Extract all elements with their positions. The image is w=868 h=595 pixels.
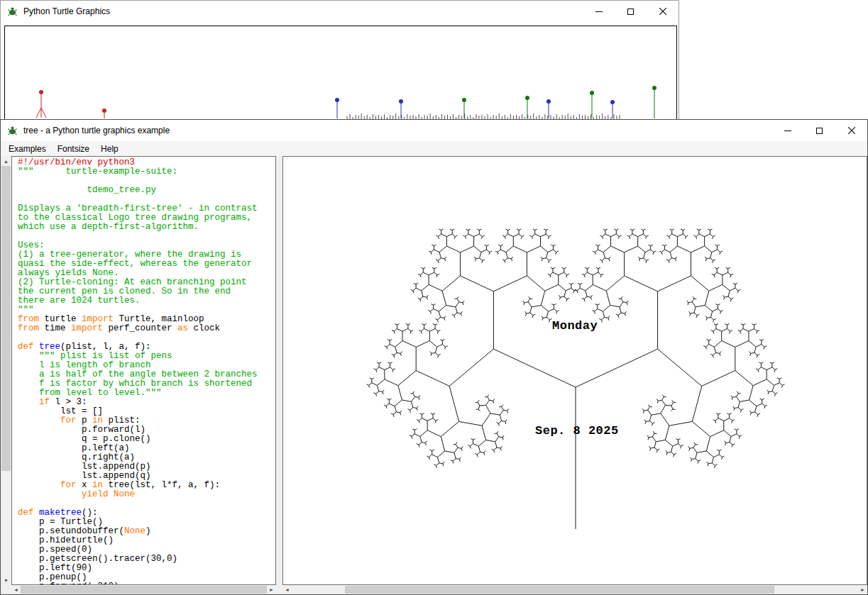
canvas-label: Monday xyxy=(552,319,598,333)
vertical-scrollbar-thumb[interactable] xyxy=(1,166,11,471)
scroll-up-arrow[interactable]: ▲ xyxy=(1,156,11,166)
scroll-right-arrow[interactable]: ► xyxy=(267,585,276,594)
tree-maximize-button[interactable] xyxy=(803,120,835,141)
code-horizontal-scrollbar[interactable]: ◄ ► xyxy=(11,585,276,594)
code-line: which use a depth-first-algorithm. xyxy=(18,223,275,232)
back-close-button[interactable] xyxy=(647,1,679,22)
tree-minimize-button[interactable] xyxy=(771,120,803,141)
arrow-up-icon: ▲ xyxy=(4,159,9,164)
horizontal-scrollbar-thumb[interactable] xyxy=(345,586,774,594)
back-minimize-button[interactable] xyxy=(583,1,615,22)
back-window-title: Python Turtle Graphics xyxy=(23,6,110,16)
close-icon xyxy=(659,8,666,15)
menubar: Examples Fontsize Help xyxy=(1,141,867,157)
arrow-right-icon: ► xyxy=(860,587,865,592)
turtle-graphics-canvas: MondaySep. 8 2025 xyxy=(282,156,867,585)
code-line: there are 1024 turtles. xyxy=(18,296,275,306)
turtle-app-icon xyxy=(7,6,18,17)
scroll-left-arrow[interactable]: ◄ xyxy=(11,585,21,594)
tree-demo-window[interactable]: tree - a Python turtle graphics example … xyxy=(0,119,868,595)
minimize-icon xyxy=(595,11,603,12)
tree-window-controls xyxy=(771,120,867,141)
back-window-controls xyxy=(583,1,679,22)
arrow-down-icon: ▼ xyxy=(4,578,9,583)
back-window-titlebar[interactable]: Python Turtle Graphics xyxy=(1,1,679,22)
arrow-left-icon: ◄ xyxy=(285,587,290,592)
window-content: ▲ ▼ #!/usr/bin/env python3""" turtle-exa… xyxy=(1,156,867,594)
canvas-label: Sep. 8 2025 xyxy=(535,424,619,438)
code-line: tdemo_tree.py xyxy=(18,186,275,195)
back-maximize-button[interactable] xyxy=(615,1,647,22)
tree-close-button[interactable] xyxy=(835,120,867,141)
scroll-down-arrow[interactable]: ▼ xyxy=(1,575,11,585)
scroll-left-arrow[interactable]: ◄ xyxy=(282,585,292,594)
minimize-icon xyxy=(784,130,791,131)
arrow-left-icon: ◄ xyxy=(13,587,18,592)
code-line: from time import perf_counter as clock xyxy=(18,324,275,333)
turtle-app-icon xyxy=(7,126,18,136)
source-code-pane[interactable]: #!/usr/bin/env python3""" turtle-example… xyxy=(11,156,276,585)
tree-canvas-svg xyxy=(283,157,867,584)
scrollbar-corner xyxy=(1,585,11,594)
tree-window-title: tree - a Python turtle graphics example xyxy=(23,126,170,135)
code-line: """ turtle-example-suite: xyxy=(18,167,275,177)
scroll-right-arrow[interactable]: ► xyxy=(858,585,867,594)
code-line: yield None xyxy=(18,490,275,499)
tree-window-titlebar[interactable]: tree - a Python turtle graphics example xyxy=(1,120,867,141)
maximize-icon xyxy=(627,9,634,15)
code-text: #!/usr/bin/env python3""" turtle-example… xyxy=(18,158,275,585)
maximize-icon xyxy=(816,128,823,134)
menu-help[interactable]: Help xyxy=(95,143,124,155)
horizontal-scrollbar-thumb[interactable] xyxy=(21,586,267,594)
menu-fontsize[interactable]: Fontsize xyxy=(52,143,95,155)
canvas-horizontal-scrollbar[interactable]: ◄ ► xyxy=(282,585,867,594)
code-vertical-scrollbar[interactable]: ▲ ▼ xyxy=(1,156,11,585)
menu-examples[interactable]: Examples xyxy=(3,143,52,155)
close-icon xyxy=(848,127,855,134)
arrow-right-icon: ► xyxy=(269,587,274,592)
code-line xyxy=(18,232,275,241)
